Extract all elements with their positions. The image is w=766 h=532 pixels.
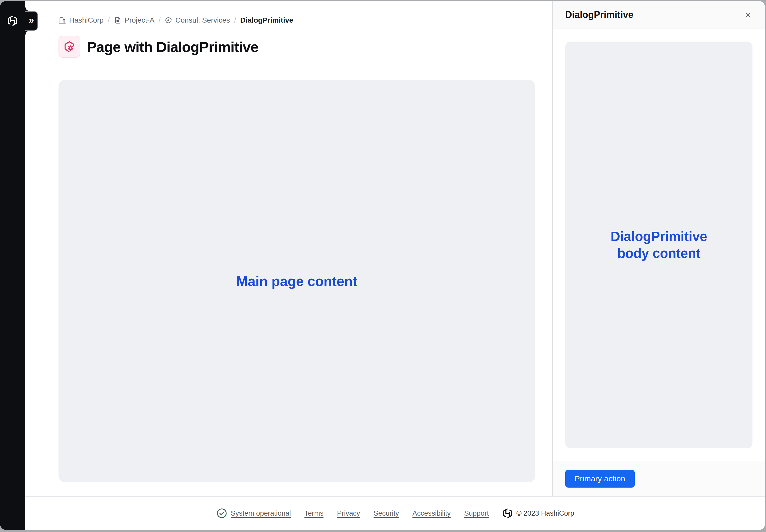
hashicorp-logo-icon <box>502 508 513 519</box>
close-icon <box>744 11 752 19</box>
breadcrumb: HashiCorp / Project-A / <box>58 15 552 25</box>
dialog-title: DialogPrimitive <box>565 9 634 20</box>
system-status-link[interactable]: System operational <box>216 508 291 519</box>
file-text-icon <box>114 16 122 24</box>
dialog-close-button[interactable] <box>742 9 754 21</box>
page-title: Page with DialogPrimitive <box>87 38 259 55</box>
organization-icon <box>58 16 66 24</box>
hashicorp-logo-icon <box>7 15 18 26</box>
dialog-header: DialogPrimitive <box>553 1 765 29</box>
dialog-body: DialogPrimitive body content <box>553 29 765 461</box>
footer-link-accessibility[interactable]: Accessibility <box>412 509 451 517</box>
dialog-placeholder-text: DialogPrimitive body content <box>595 228 723 262</box>
system-status-label: System operational <box>231 509 291 517</box>
hexagon-gear-icon <box>63 41 75 53</box>
sidebar: » <box>0 1 25 530</box>
footer-link-security[interactable]: Security <box>374 509 399 517</box>
tab-fillet-bottom <box>25 31 29 35</box>
breadcrumb-separator: / <box>158 16 161 24</box>
breadcrumb-label: HashiCorp <box>69 16 103 24</box>
breadcrumb-separator: / <box>234 16 236 24</box>
dialog-body-placeholder: DialogPrimitive body content <box>565 42 752 448</box>
footer-brand: © 2023 HashiCorp <box>502 508 574 519</box>
sidebar-expand-button[interactable]: » <box>25 11 38 31</box>
dialog-footer: Primary action <box>553 461 765 496</box>
breadcrumb-label: Project-A <box>124 16 154 24</box>
check-circle-icon <box>216 508 228 519</box>
content-and-footer: HashiCorp / Project-A / <box>25 1 765 530</box>
breadcrumb-label: DialogPrimitive <box>240 16 293 24</box>
breadcrumb-label: Consul: Services <box>175 16 230 24</box>
breadcrumb-item-current: DialogPrimitive <box>240 16 293 24</box>
dialog-primitive-panel: DialogPrimitive DialogPrimitive body con… <box>552 1 765 496</box>
copyright-text: © 2023 HashiCorp <box>516 509 574 517</box>
breadcrumb-item-hashicorp[interactable]: HashiCorp <box>58 16 103 24</box>
page-title-icon-tile <box>58 36 80 58</box>
main-placeholder-text: Main page content <box>236 273 357 289</box>
footer-link-support[interactable]: Support <box>464 509 489 517</box>
main-column: HashiCorp / Project-A / <box>25 1 552 496</box>
page-header: Page with DialogPrimitive <box>58 36 552 58</box>
page-footer: System operational Terms Privacy Securit… <box>25 496 765 530</box>
breadcrumb-separator: / <box>108 16 110 24</box>
primary-action-button[interactable]: Primary action <box>565 470 635 488</box>
breadcrumb-item-consul-services[interactable]: Consul: Services <box>164 16 230 24</box>
chevrons-right-icon: » <box>29 15 34 26</box>
consul-icon <box>164 16 172 24</box>
footer-link-terms[interactable]: Terms <box>305 509 324 517</box>
footer-link-privacy[interactable]: Privacy <box>337 509 360 517</box>
breadcrumb-item-project-a[interactable]: Project-A <box>114 16 154 24</box>
upper-region: HashiCorp / Project-A / <box>25 1 765 496</box>
tab-fillet-top <box>25 7 29 11</box>
app-window: » HashiCorp / <box>0 1 765 530</box>
main-content-placeholder: Main page content <box>58 80 535 482</box>
